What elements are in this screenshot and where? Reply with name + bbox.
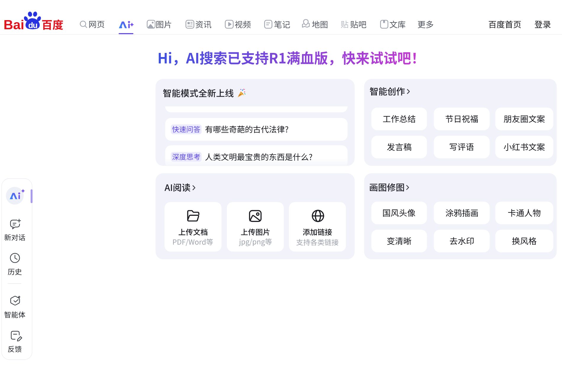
svg-text:Bai: Bai <box>4 17 24 32</box>
svg-text:du: du <box>28 21 37 30</box>
